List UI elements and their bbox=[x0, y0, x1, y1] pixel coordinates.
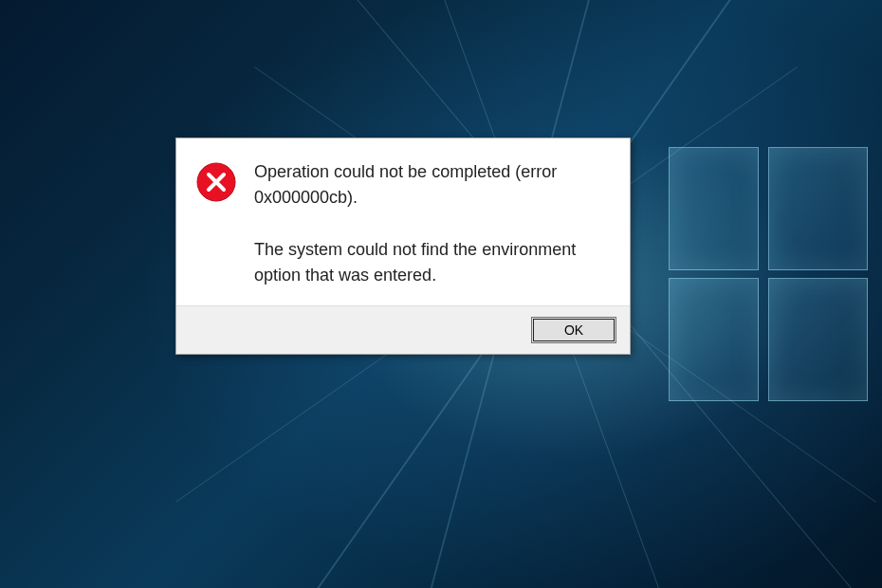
windows-logo-pane bbox=[669, 278, 759, 401]
ok-button[interactable]: OK bbox=[531, 317, 616, 343]
error-x-icon bbox=[195, 161, 237, 203]
desktop-background: Operation could not be completed (error … bbox=[0, 0, 882, 588]
dialog-body: Operation could not be completed (error … bbox=[176, 138, 630, 305]
windows-logo-pane bbox=[768, 278, 868, 401]
error-message-primary: Operation could not be completed (error … bbox=[254, 159, 601, 211]
dialog-footer: OK bbox=[176, 305, 630, 354]
windows-logo-pane bbox=[669, 147, 759, 270]
error-message-secondary: The system could not find the environmen… bbox=[254, 237, 601, 288]
windows-logo-pane bbox=[768, 147, 868, 270]
error-dialog: Operation could not be completed (error … bbox=[175, 138, 631, 355]
error-message: Operation could not be completed (error … bbox=[254, 159, 611, 288]
